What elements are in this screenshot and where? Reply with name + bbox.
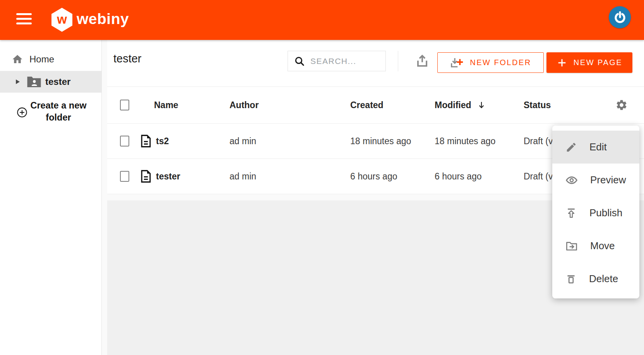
logo-letter: w xyxy=(57,12,67,28)
sidebar-item-folder-tester[interactable]: tester xyxy=(0,71,101,93)
page-modified: 6 hours ago xyxy=(435,171,524,182)
page-file-icon xyxy=(140,170,151,183)
new-folder-icon xyxy=(450,57,464,69)
power-icon xyxy=(613,10,627,24)
menu-item-label: Preview xyxy=(590,174,626,186)
folder-user-icon xyxy=(27,76,41,88)
page-created: 18 minutes ago xyxy=(350,136,435,146)
column-header-status[interactable]: Status xyxy=(524,100,615,110)
menu-item-move[interactable]: Move xyxy=(552,229,639,262)
sidebar: Home tester Create a new folder xyxy=(0,40,102,355)
pencil-icon xyxy=(565,141,577,153)
user-avatar[interactable] xyxy=(609,6,631,28)
new-page-button[interactable]: NEW PAGE xyxy=(546,52,632,73)
page-name: tester xyxy=(156,171,180,182)
sidebar-home-label: Home xyxy=(29,54,54,65)
upload-icon xyxy=(415,54,430,69)
menu-item-publish[interactable]: Publish xyxy=(552,196,639,229)
top-bar: w webiny xyxy=(0,0,644,40)
plus-circle-icon xyxy=(17,107,27,118)
chevron-right-icon[interactable] xyxy=(16,79,20,84)
menu-item-preview[interactable]: Preview xyxy=(552,164,639,196)
column-header-created[interactable]: Created xyxy=(350,100,435,110)
brand-wordmark: webiny xyxy=(77,10,129,28)
select-all-checkbox[interactable] xyxy=(120,100,129,110)
page-title: tester xyxy=(113,52,142,65)
row-checkbox[interactable] xyxy=(120,136,129,146)
table-header-row: Name Author Created Modified Status xyxy=(107,86,644,124)
row-checkbox[interactable] xyxy=(120,171,129,182)
sort-descending-icon xyxy=(477,100,486,110)
column-header-name[interactable]: Name xyxy=(140,100,230,110)
page-author: ad min xyxy=(230,136,350,146)
search-icon xyxy=(294,56,305,67)
menu-item-label: Edit xyxy=(589,141,607,153)
new-folder-label: NEW FOLDER xyxy=(470,58,531,67)
page-author: ad min xyxy=(230,171,350,182)
search-input[interactable] xyxy=(310,57,376,66)
page-modified: 18 minutes ago xyxy=(435,136,524,146)
menu-item-label: Move xyxy=(590,240,615,252)
menu-item-label: Delete xyxy=(589,273,618,285)
eye-icon xyxy=(565,174,578,186)
toolbar-divider xyxy=(398,51,398,71)
publish-icon xyxy=(565,207,577,219)
import-pages-button[interactable] xyxy=(415,54,430,69)
column-header-author[interactable]: Author xyxy=(230,100,350,110)
webiny-page-builder-app: w webiny Home tester xyxy=(0,0,644,355)
sidebar-folder-label: tester xyxy=(45,76,70,87)
new-page-label: NEW PAGE xyxy=(574,58,622,67)
trash-icon xyxy=(565,273,577,284)
create-new-folder-button[interactable]: Create a new folder xyxy=(0,97,101,127)
home-icon xyxy=(12,53,23,65)
search-box xyxy=(288,51,386,71)
menu-item-label: Publish xyxy=(589,207,622,219)
move-folder-icon xyxy=(565,240,578,252)
plus-icon xyxy=(557,57,567,68)
sidebar-item-home[interactable]: Home xyxy=(0,49,101,69)
page-name: ts2 xyxy=(156,136,169,146)
hamburger-menu-icon[interactable] xyxy=(16,13,32,24)
menu-item-delete[interactable]: Delete xyxy=(552,262,639,295)
gear-icon[interactable] xyxy=(615,99,628,111)
new-folder-button[interactable]: NEW FOLDER xyxy=(437,52,544,73)
menu-item-edit[interactable]: Edit xyxy=(552,131,639,164)
create-folder-label: Create a new folder xyxy=(28,100,89,124)
webiny-logo-icon[interactable]: w xyxy=(51,8,72,32)
page-file-icon xyxy=(140,134,151,148)
row-context-menu: Edit Preview Publish Move xyxy=(552,126,639,298)
page-created: 6 hours ago xyxy=(350,171,435,182)
column-header-modified[interactable]: Modified xyxy=(435,100,524,110)
